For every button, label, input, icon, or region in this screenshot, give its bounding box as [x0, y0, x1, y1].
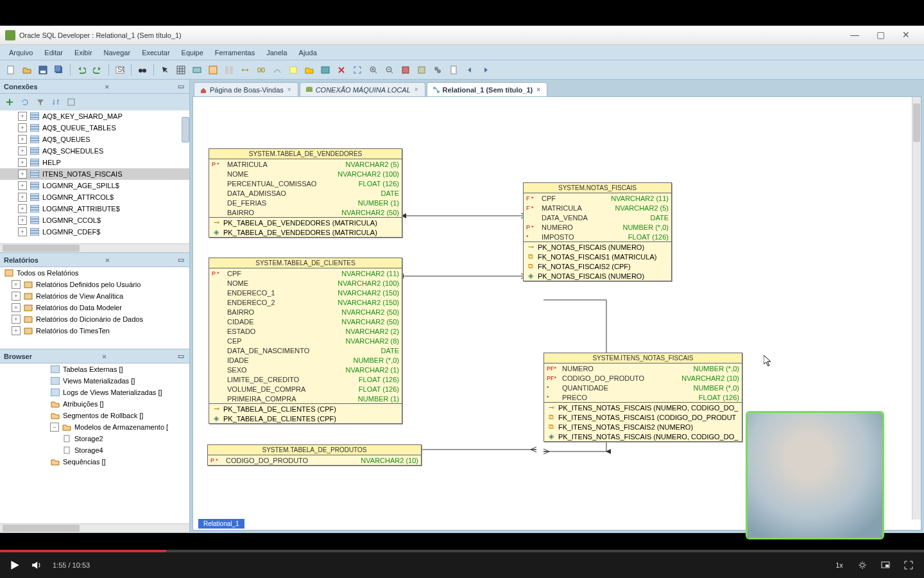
tree-item[interactable]: Atribuições [] — [0, 398, 189, 410]
menu-editar[interactable]: Editar — [39, 48, 68, 58]
expand-icon[interactable]: + — [12, 303, 21, 312]
speed-button[interactable]: 1x — [833, 559, 846, 572]
tree-item[interactable]: +Relatórios de View Analítica — [0, 290, 189, 302]
fullscreen-icon[interactable] — [902, 559, 915, 572]
tree-item[interactable]: +LOGMNR_ATTRIBUTE$ — [0, 203, 189, 215]
link2-icon[interactable] — [254, 63, 268, 77]
menu-ajuda[interactable]: Ajuda — [294, 48, 322, 58]
tree-item[interactable]: Logs de Views Materializadas [] — [0, 387, 189, 398]
sort-icon[interactable] — [49, 95, 63, 109]
tab-relational[interactable]: Relational_1 (Sem título_1) × — [427, 82, 547, 96]
canvas-vscroll[interactable] — [912, 97, 921, 520]
menu-equipe[interactable]: Equipe — [176, 48, 209, 58]
split-icon[interactable] — [222, 63, 236, 77]
expand-icon[interactable]: + — [18, 146, 27, 155]
menu-executar[interactable]: Executar — [137, 48, 175, 58]
folder2-icon[interactable] — [302, 63, 316, 77]
tree-item[interactable]: +LOGMNR_AGE_SPILL$ — [0, 180, 189, 191]
table-clientes[interactable]: SYSTEM.TABELA_DE_CLIENTESP *CPFNVARCHAR2… — [209, 258, 402, 424]
panel-minimize-icon[interactable]: ▭ — [176, 352, 185, 361]
save-all-icon[interactable] — [52, 63, 66, 77]
open-icon[interactable] — [20, 63, 34, 77]
tree-item[interactable]: +AQ$_QUEUES — [0, 134, 189, 145]
expand-icon[interactable]: + — [18, 216, 27, 225]
filter-icon[interactable] — [33, 95, 47, 109]
undo-icon[interactable] — [74, 63, 89, 77]
expand-icon[interactable]: + — [12, 326, 21, 335]
expand-icon[interactable]: + — [18, 227, 27, 236]
reports-tree[interactable]: Todos os Relatórios+Relatórios Definidos… — [0, 267, 189, 349]
fit-icon[interactable] — [350, 63, 364, 77]
note-icon[interactable] — [286, 63, 300, 77]
expand-icon[interactable]: + — [12, 315, 21, 324]
panel-close-icon[interactable]: × — [103, 256, 112, 265]
hscroll[interactable] — [0, 523, 189, 532]
tree-item[interactable]: +Relatórios do TimesTen — [0, 325, 189, 337]
expand-icon[interactable]: + — [18, 123, 27, 132]
expand-icon[interactable] — [64, 95, 78, 109]
tree-item[interactable]: +ITENS_NOTAS_FISCAIS — [0, 168, 189, 180]
expand-icon[interactable]: + — [12, 280, 21, 289]
tab-connection[interactable]: CONEXÃO MÁQUINA LOCAL × — [300, 82, 425, 96]
expand-icon[interactable]: + — [18, 170, 27, 179]
tree-item[interactable]: −Modelos de Armazenamento [ — [0, 421, 189, 433]
doc2-icon[interactable] — [447, 63, 461, 77]
tab-close-icon[interactable]: × — [535, 86, 542, 93]
table-vendedores[interactable]: SYSTEM.TABELA_DE_VENDEDORESP *MATRICULAN… — [209, 148, 402, 238]
close-button[interactable]: ✕ — [893, 29, 919, 42]
browser-tree[interactable]: Tabelas Externas []Views Materializadas … — [0, 363, 189, 523]
menu-janela[interactable]: Janela — [261, 48, 292, 58]
tree-item[interactable]: +LOGMNR_CCOL$ — [0, 215, 189, 226]
redo-icon[interactable] — [90, 63, 105, 77]
tree-item[interactable]: +AQ$_SCHEDULES — [0, 145, 189, 157]
tree-item[interactable]: Storage4 — [0, 444, 189, 456]
panel-close-icon[interactable]: × — [103, 82, 112, 91]
volume-icon[interactable] — [31, 559, 42, 571]
connections-tree[interactable]: +AQ$_KEY_SHARD_MAP+AQ$_QUEUE_TABLES+AQ$_… — [0, 110, 189, 243]
expand-icon[interactable]: + — [18, 135, 27, 144]
menu-navegar[interactable]: Navegar — [99, 48, 136, 58]
tree-item[interactable]: +AQ$_QUEUE_TABLES — [0, 122, 189, 134]
cursor-icon[interactable] — [158, 63, 172, 77]
forward-icon[interactable] — [479, 63, 493, 77]
tree-item[interactable]: +LOGMNR_ATTRCOL$ — [0, 191, 189, 203]
tree-item[interactable]: +HELP — [0, 157, 189, 168]
tree-item[interactable]: Storage2 — [0, 433, 189, 444]
maximize-button[interactable]: ▢ — [868, 29, 893, 42]
expand-icon[interactable]: + — [18, 112, 27, 121]
zoom-in-icon[interactable] — [366, 63, 381, 77]
menu-exibir[interactable]: Exibir — [69, 48, 98, 58]
binoculars-icon[interactable] — [135, 63, 150, 77]
table-produtos[interactable]: SYSTEM.TABELA_DE_PRODUTOSP *CODIGO_DO_PR… — [207, 444, 422, 466]
tab-close-icon[interactable]: × — [286, 86, 293, 93]
refresh-icon[interactable] — [18, 95, 32, 109]
tree-item[interactable]: Sequências [] — [0, 456, 189, 468]
expand-icon[interactable]: + — [18, 193, 27, 202]
minimize-button[interactable]: — — [842, 29, 868, 42]
gears-icon[interactable] — [431, 63, 445, 77]
pip-icon[interactable] — [879, 559, 892, 572]
back-icon[interactable] — [463, 63, 477, 77]
tree-item[interactable]: Segmentos de Rollback [] — [0, 410, 189, 421]
arc-icon[interactable] — [270, 63, 284, 77]
scrollbar-thumb[interactable] — [182, 117, 189, 143]
zoom-out-icon[interactable] — [382, 63, 397, 77]
table-notas-fiscais[interactable]: SYSTEM.NOTAS_FISCAISF *CPFNVARCHAR2 (11)… — [523, 182, 672, 281]
table-icon[interactable] — [206, 63, 220, 77]
save-icon[interactable] — [36, 63, 50, 77]
tree-item[interactable]: Tabelas Externas [] — [0, 363, 189, 375]
expand-icon[interactable]: + — [18, 204, 27, 213]
expand-icon[interactable]: + — [18, 158, 27, 167]
menu-ferramentas[interactable]: Ferramentas — [210, 48, 260, 58]
settings-icon[interactable] — [856, 559, 869, 572]
table-itens-notas-fiscais[interactable]: SYSTEM.ITENS_NOTAS_FISCAISPF*NUMERONUMBE… — [543, 353, 742, 442]
tree-item[interactable]: Views Materializadas [] — [0, 375, 189, 387]
panel-close-icon[interactable]: × — [100, 352, 109, 361]
tree-item[interactable]: +Relatórios do Dicionário de Dados — [0, 313, 189, 325]
new-connection-icon[interactable] — [3, 95, 17, 109]
mini-icon[interactable] — [415, 63, 429, 77]
delete-icon[interactable] — [334, 63, 348, 77]
panel-minimize-icon[interactable]: ▭ — [176, 82, 185, 91]
relational-subtab[interactable]: Relational_1 — [198, 519, 244, 529]
collapse-icon[interactable]: − — [50, 423, 59, 432]
